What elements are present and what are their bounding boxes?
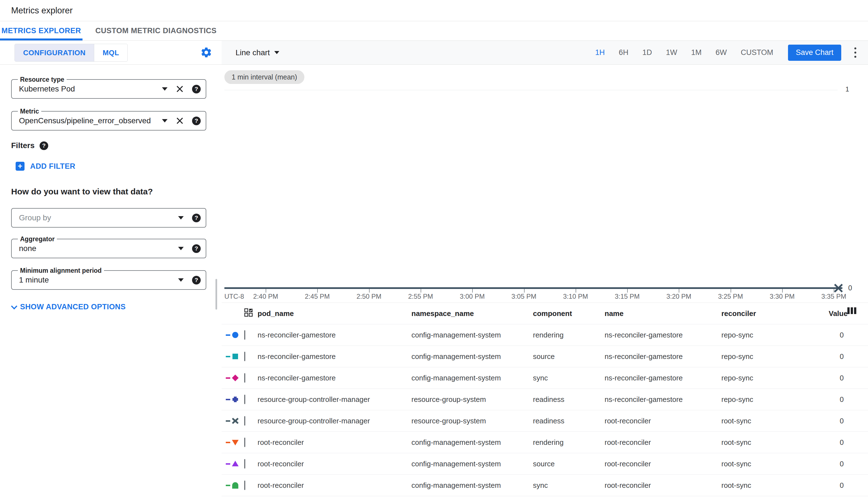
- gridline-value-1: [224, 90, 838, 90]
- time-range-1d[interactable]: 1D: [635, 48, 659, 57]
- min-alignment-field[interactable]: Minimum alignment period 1 minute ?: [11, 270, 206, 290]
- legend-table: pod_name namespace_name component name r…: [222, 303, 868, 496]
- table-row[interactable]: root-reconciler config-management-system…: [222, 475, 868, 496]
- cell-value: 0: [829, 481, 868, 490]
- select-series-icon[interactable]: [244, 308, 253, 317]
- aggregator-field[interactable]: Aggregator none ?: [11, 239, 206, 258]
- table-row[interactable]: ns-reconciler-gamestore config-managemen…: [222, 346, 868, 367]
- row-checkbox[interactable]: [244, 459, 245, 469]
- cell-namespace-name: resource-group-system: [411, 395, 533, 404]
- row-checkbox[interactable]: [244, 416, 245, 426]
- y-axis-label-1: 1: [845, 85, 849, 93]
- save-chart-button[interactable]: Save Chart: [788, 45, 841, 61]
- metric-clear-icon[interactable]: [176, 117, 184, 125]
- time-range-1w[interactable]: 1W: [659, 48, 684, 57]
- interval-chip[interactable]: 1 min interval (mean): [224, 70, 304, 84]
- filters-help-icon[interactable]: ?: [40, 141, 48, 150]
- chart-type-dropdown[interactable]: Line chart: [236, 48, 279, 57]
- series-marker-icon: [226, 353, 244, 360]
- group-by-field[interactable]: Group by ?: [11, 208, 206, 228]
- col-header-namespace-name[interactable]: namespace_name: [411, 309, 533, 318]
- cell-component: sync: [533, 374, 605, 382]
- filters-heading-row: Filters ?: [11, 141, 222, 150]
- x-axis-tick: [834, 289, 834, 293]
- x-axis-label: 3:30 PM: [770, 293, 794, 300]
- x-axis-tick: [369, 289, 370, 293]
- resource-type-value: Kubernetes Pod: [19, 85, 75, 94]
- aggregator-help-icon[interactable]: ?: [192, 244, 201, 253]
- cell-namespace-name: config-management-system: [411, 374, 533, 382]
- metric-value: OpenCensus/pipeline_error_observed: [19, 116, 151, 125]
- row-checkbox[interactable]: [244, 373, 245, 383]
- min-alignment-dropdown-icon[interactable]: [178, 278, 184, 282]
- show-advanced-options-button[interactable]: SHOW ADVANCED OPTIONS: [11, 303, 222, 311]
- time-range-6h[interactable]: 6H: [612, 48, 635, 57]
- column-settings-icon[interactable]: [848, 307, 856, 314]
- resource-type-field[interactable]: Resource type Kubernetes Pod ?: [11, 79, 206, 99]
- panel-scrollbar[interactable]: [216, 279, 217, 310]
- table-row[interactable]: resource-group-controller-manager resour…: [222, 389, 868, 410]
- time-range-1m[interactable]: 1M: [684, 48, 709, 57]
- table-row[interactable]: ns-reconciler-gamestore config-managemen…: [222, 367, 868, 389]
- chart-settings-button[interactable]: [198, 45, 214, 60]
- mode-mql-button[interactable]: MQL: [94, 44, 127, 61]
- aggregator-dropdown-icon[interactable]: [178, 247, 184, 250]
- tab-metrics-explorer[interactable]: METRICS EXPLORER: [0, 21, 83, 40]
- table-row[interactable]: ns-reconciler-gamestore config-managemen…: [222, 324, 868, 346]
- cell-name: ns-reconciler-gamestore: [605, 395, 721, 404]
- group-by-dropdown-icon[interactable]: [178, 216, 184, 219]
- col-header-component[interactable]: component: [533, 309, 605, 318]
- cell-pod-name: root-reconciler: [258, 438, 411, 447]
- tab-custom-metric-diagnostics[interactable]: CUSTOM METRIC DIAGNOSTICS: [83, 21, 230, 40]
- cell-value: 0: [829, 460, 868, 468]
- group-by-help-icon[interactable]: ?: [192, 214, 201, 222]
- col-header-pod-name[interactable]: pod_name: [258, 309, 411, 318]
- time-range-6w[interactable]: 6W: [709, 48, 734, 57]
- add-filter-button[interactable]: + ADD FILTER: [16, 162, 222, 171]
- configuration-panel: CONFIGURATION MQL Resource type Kubernet…: [0, 41, 222, 497]
- filters-heading: Filters: [11, 141, 34, 150]
- row-checkbox[interactable]: [244, 395, 245, 404]
- aggregator-value: none: [19, 244, 36, 253]
- cell-component: readiness: [533, 417, 605, 425]
- plus-icon: +: [16, 162, 25, 171]
- x-axis-label: 3:25 PM: [718, 293, 743, 300]
- x-axis-label: 2:40 PM: [253, 293, 278, 300]
- time-range-custom[interactable]: CUSTOM: [734, 48, 780, 57]
- row-checkbox[interactable]: [244, 352, 245, 361]
- x-axis-label: 2:45 PM: [305, 293, 330, 300]
- series-marker-icon: [226, 396, 244, 403]
- metric-field[interactable]: Metric OpenCensus/pipeline_error_observe…: [11, 111, 206, 130]
- resource-type-clear-icon[interactable]: [176, 85, 184, 93]
- more-options-button[interactable]: [850, 45, 861, 60]
- view-data-question: How do you want to view that data?: [11, 187, 222, 196]
- table-row[interactable]: root-reconciler config-management-system…: [222, 432, 868, 453]
- metric-dropdown-icon[interactable]: [162, 119, 167, 123]
- cell-pod-name: ns-reconciler-gamestore: [258, 374, 411, 382]
- x-axis-tick: [421, 289, 421, 293]
- x-axis-tick: [782, 289, 783, 293]
- col-header-name[interactable]: name: [605, 309, 721, 318]
- page-header: Metrics explorer: [0, 0, 868, 21]
- series-marker-icon: [226, 331, 244, 339]
- table-row[interactable]: root-reconciler config-management-system…: [222, 453, 868, 475]
- resource-type-dropdown-icon[interactable]: [162, 87, 167, 91]
- row-checkbox[interactable]: [244, 330, 245, 340]
- time-range-1h[interactable]: 1H: [588, 48, 612, 57]
- table-row[interactable]: resource-group-controller-manager resour…: [222, 410, 868, 432]
- min-alignment-help-icon[interactable]: ?: [192, 276, 201, 284]
- col-header-reconciler[interactable]: reconciler: [721, 309, 829, 318]
- mode-configuration-button[interactable]: CONFIGURATION: [15, 44, 94, 61]
- row-checkbox[interactable]: [244, 481, 245, 490]
- chart-toolbar: Line chart 1H6H1D1W1M6WCUSTOM Save Chart: [222, 41, 868, 65]
- chart-type-caret-icon: [274, 51, 279, 54]
- cell-name: ns-reconciler-gamestore: [605, 352, 721, 361]
- row-checkbox[interactable]: [244, 438, 245, 447]
- add-filter-label: ADD FILTER: [30, 162, 75, 171]
- x-axis-label: 3:15 PM: [615, 293, 639, 300]
- metric-help-icon[interactable]: ?: [192, 117, 201, 125]
- show-advanced-options-label: SHOW ADVANCED OPTIONS: [20, 303, 126, 311]
- y-axis-label-0: 0: [848, 284, 852, 292]
- resource-type-help-icon[interactable]: ?: [192, 85, 201, 94]
- x-axis-tick: [266, 289, 266, 293]
